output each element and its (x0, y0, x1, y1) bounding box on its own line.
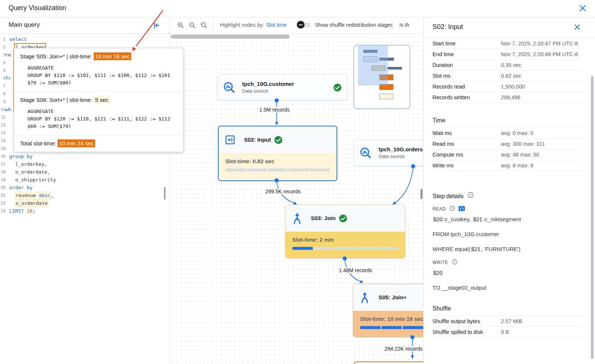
node-tpch-customer[interactable]: tpch_10G.customer Data source (217, 74, 347, 100)
canvas-hscrollbar[interactable] (171, 35, 290, 39)
time-row-label: Write ms (432, 162, 501, 169)
node-s05-join-plus[interactable]: S05: Join+ Slot-time: 10 min 18 sec (353, 284, 424, 337)
code-icon[interactable] (459, 206, 465, 212)
node-title: tpch_10G.orders (379, 146, 424, 153)
editor-title: Main query (9, 21, 40, 29)
time-row-label: Wait ms (432, 129, 501, 137)
join-stage-icon (292, 212, 303, 225)
help-icon[interactable]: ? (467, 192, 474, 200)
svg-text:?: ? (454, 261, 456, 264)
panel-close-icon[interactable] (574, 24, 580, 30)
data-source-icon (223, 81, 235, 94)
panel-scrollbar[interactable] (591, 76, 594, 359)
node-tpch-orders[interactable]: tpch_10G.orders Data source (354, 139, 424, 166)
help-icon[interactable]: ? (452, 259, 457, 266)
code-line: 16group by (0, 152, 169, 160)
zoom-out-icon[interactable] (189, 22, 196, 29)
code-line: 19o_shippriority (0, 176, 169, 184)
dialog-close-icon[interactable] (579, 5, 586, 12)
time-row-value: avg: 8 max: 8 (501, 162, 580, 169)
progress-segment (225, 168, 245, 171)
node-subtitle: Data source (242, 88, 330, 94)
progress-segment (335, 247, 356, 250)
tooltip-stage-code: AGGREGATE GROUP BY $110 := $102, $111 :=… (28, 64, 177, 87)
slot-progress-bar (360, 326, 424, 329)
token: LIMIT (9, 208, 24, 214)
line-number: 19 (0, 176, 6, 184)
node-next-stage[interactable] (354, 361, 424, 364)
execution-graph-canvas[interactable]: Highlight nodes by: Slot time Show shuff… (170, 17, 424, 364)
read-label: READ ? (432, 206, 582, 212)
dialog-header: Query Visualization (0, 0, 595, 17)
progress-segment (289, 168, 309, 171)
token: revenue (16, 193, 39, 198)
time-row-value: avg: 48 max: 50 (501, 151, 580, 158)
svg-text:?: ? (451, 207, 453, 210)
code-text: fr (5, 74, 11, 82)
edge-label: 1.5M records (258, 107, 291, 113)
line-number: 6 (0, 74, 6, 82)
shuffle-row: Shuffle output bytes2.57 MiB (432, 316, 582, 327)
stat-row-value: Nov 7, 2025, 2:20:48 PM UTC-8 (501, 51, 580, 58)
clipped-toolbar-label: Is th (399, 22, 423, 28)
line-number: 17 (0, 160, 6, 168)
tooltip-stage-title: Stage S06: Sort+* | slot-time: 5 sec (20, 96, 177, 104)
line-number: 11 (0, 113, 6, 121)
minimap[interactable] (354, 45, 410, 109)
stat-row-label: Start time (432, 40, 501, 47)
total-slot-time-chip: 10 min 24 sec (58, 139, 95, 147)
shuffle-row-value: 2.57 MiB (501, 318, 580, 325)
slot-time-label: Slot-time: 10 min 18 sec (360, 316, 424, 322)
node-title: S02: Input (244, 136, 271, 144)
token: o_shippriority (15, 177, 56, 183)
canvas-hscroll-track (170, 33, 424, 40)
editor-header: Main query (0, 17, 169, 34)
line-number: 8 (0, 90, 6, 98)
zoom-reset-icon[interactable] (200, 22, 208, 29)
progress-segment (403, 326, 423, 329)
step-text: , 'FURNITURE') (481, 246, 521, 252)
tooltip-stage-title: Stage S05: Join+* | slot-time: 10 min 18… (20, 52, 177, 61)
token (24, 208, 27, 214)
minimap-viewport[interactable] (358, 46, 388, 86)
shuffle-stages-toggle[interactable] (297, 21, 312, 29)
slot-time-chip: 5 sec (94, 96, 110, 104)
canvas-vscrollbar[interactable] (421, 189, 422, 199)
tooltip-stage-code: AGGREGATE GROUP BY $120 := $110, $121 :=… (28, 108, 177, 130)
token: 10 (27, 208, 33, 214)
tooltip-stage-section: Stage S05: Join+* | slot-time: 10 min 18… (14, 48, 183, 92)
node-s03-join[interactable]: S03: Join Slot-time: 2 min (285, 204, 405, 258)
highlighted-token: o_orderdate (15, 200, 48, 207)
join-stage-icon (359, 291, 370, 304)
help-icon[interactable]: ? (450, 206, 455, 212)
zoom-in-icon[interactable] (177, 22, 184, 29)
progress-segment (378, 247, 398, 250)
line-number: 2 (0, 43, 6, 51)
code-text: o_shippriority (15, 176, 56, 184)
line-number: 7 (0, 82, 6, 90)
line-number: 5 (0, 67, 6, 74)
line-number: 16 (0, 152, 6, 160)
stat-row: Duration0.35 sec (432, 60, 582, 71)
code-line: 22o_orderdate (0, 199, 169, 207)
line-number: 4 (0, 59, 6, 67)
line-number: 22 (0, 199, 6, 207)
shuffle-row: Shuffle spilled to disk0 B (432, 327, 582, 338)
toggle-knob (297, 21, 305, 29)
panel-body: Start timeNov 7, 2025, 2:20:47 PM UTC-8E… (432, 38, 582, 364)
toolbar-divider (213, 20, 214, 30)
code-line: 20order by (0, 184, 169, 191)
highlight-nodes-value[interactable]: Slot time (266, 22, 286, 28)
panel-title: S02: Input (432, 23, 463, 31)
collapse-panel-icon[interactable] (152, 21, 160, 29)
stat-row-label: Records written (432, 94, 501, 101)
step-text: WHERE equal( (432, 246, 470, 252)
stage-details-panel: S02: Input Start timeNov 7, 2025, 2:20:4… (423, 17, 595, 364)
editor-scrollbar[interactable] (164, 187, 165, 200)
code-text: select (9, 35, 27, 43)
shuffle-row-label: Shuffle output bytes (432, 318, 501, 325)
token: order by (9, 185, 33, 190)
node-s02-input[interactable]: S02: Input Slot-time: 0.82 sec (218, 126, 337, 181)
progress-segment (310, 168, 330, 171)
time-row: Read msavg: 300 max: 311 (432, 139, 582, 149)
